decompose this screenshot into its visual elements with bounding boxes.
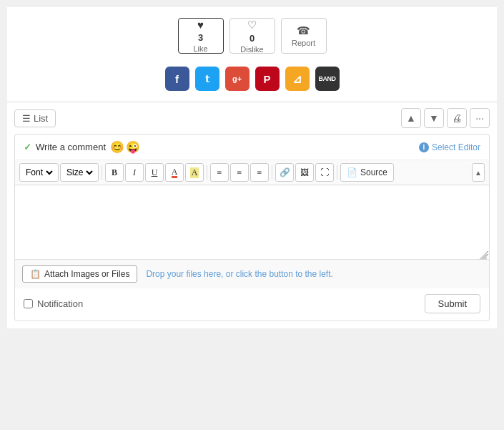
page-container: ♥ 3 Like ♡ 0 Dislike ☎ Report f 𝕥 g+ P ⊿	[7, 7, 497, 328]
font-color-icon: A	[172, 167, 178, 178]
notification-label: Notification	[37, 298, 83, 309]
comment-section: ✓ Write a comment 😊 😜 i Select Editor Fo…	[14, 134, 490, 321]
notification-checkbox-label[interactable]: Notification	[24, 298, 83, 309]
source-label: Source	[360, 167, 387, 177]
source-button[interactable]: 📄 Source	[340, 163, 394, 182]
emoji-smile[interactable]: 😊	[110, 140, 124, 154]
like-button[interactable]: ♥ 3 Like	[178, 18, 224, 54]
emoji-icons: 😊 😜	[110, 140, 140, 154]
select-editor-label: Select Editor	[432, 142, 480, 152]
resize-handle[interactable]: ◢	[479, 249, 488, 258]
dislike-icon: ♡	[247, 19, 257, 31]
size-dropdown[interactable]: Size	[64, 167, 95, 178]
attach-hint-static: Drop your files here, or	[146, 269, 235, 279]
toolbar-right: ▲ ▼ 🖨 ···	[401, 108, 490, 128]
bold-icon: B	[112, 167, 117, 178]
align-left-button[interactable]: ≡	[210, 163, 229, 182]
dislike-label: Dislike	[240, 45, 263, 54]
action-bar: ♥ 3 Like ♡ 0 Dislike ☎ Report	[7, 7, 497, 61]
editor-content: ◢	[15, 185, 489, 259]
toolbar-divider-1	[102, 165, 102, 180]
source-file-icon: 📄	[347, 167, 357, 177]
report-label: Report	[292, 39, 315, 47]
social-bar: f 𝕥 g+ P ⊿ BAND	[7, 61, 497, 102]
report-button[interactable]: ☎ Report	[281, 18, 327, 54]
attach-hint: Drop your files here, or click the butto…	[146, 269, 332, 279]
align-left-icon: ≡	[217, 167, 222, 178]
more-button[interactable]: ···	[470, 108, 490, 128]
select-editor-btn[interactable]: i Select Editor	[419, 142, 480, 152]
dislike-count: 0	[249, 33, 255, 44]
toolbar-divider-2	[207, 165, 207, 180]
down-arrow-button[interactable]: ▼	[424, 108, 444, 128]
submit-label: Submit	[438, 298, 467, 309]
comment-header-left: ✓ Write a comment 😊 😜	[24, 140, 140, 154]
list-button[interactable]: ☰ List	[14, 109, 56, 127]
emoji-wink[interactable]: 😜	[126, 140, 140, 154]
image-button[interactable]: 🖼	[295, 163, 314, 182]
attach-label: Attach Images or Files	[44, 269, 129, 279]
align-right-icon: ≡	[257, 167, 262, 178]
like-icon: ♥	[197, 19, 204, 31]
toolbar-divider-3	[272, 165, 272, 180]
facebook-icon: f	[175, 73, 179, 85]
align-center-icon: ≡	[237, 167, 242, 178]
down-arrow-icon: ▼	[429, 112, 439, 124]
google-icon: g+	[232, 74, 242, 83]
more-icon: ···	[475, 112, 484, 124]
attach-hint-link: click the button to the left.	[236, 269, 333, 279]
up-arrow-button[interactable]: ▲	[401, 108, 421, 128]
up-arrow-icon: ▲	[406, 112, 416, 124]
check-icon: ✓	[24, 142, 31, 152]
submit-button[interactable]: Submit	[425, 294, 480, 313]
pinterest-share-button[interactable]: P	[255, 67, 280, 91]
editor-toolbar: Font Size B I U A A	[15, 160, 489, 185]
google-share-button[interactable]: g+	[225, 67, 249, 91]
italic-icon: I	[133, 167, 136, 178]
toolbar-row: ☰ List ▲ ▼ 🖨 ···	[7, 102, 497, 134]
facebook-share-button[interactable]: f	[165, 67, 189, 91]
print-button[interactable]: 🖨	[447, 108, 467, 128]
list-icon: ☰	[22, 113, 31, 124]
link-button[interactable]: 🔗	[275, 163, 294, 182]
write-comment-label: Write a comment	[36, 142, 106, 152]
notification-checkbox[interactable]	[24, 299, 33, 308]
align-right-button[interactable]: ≡	[250, 163, 269, 182]
underline-icon: U	[152, 167, 158, 178]
fullscreen-button[interactable]: ⛶	[315, 163, 334, 182]
toolbar-divider-4	[337, 165, 337, 180]
font-select[interactable]: Font	[19, 163, 59, 182]
image-icon: 🖼	[300, 167, 309, 178]
bookmark-share-button[interactable]: ⊿	[285, 67, 310, 91]
link-icon: 🔗	[280, 167, 290, 178]
dislike-button[interactable]: ♡ 0 Dislike	[229, 18, 275, 54]
twitter-share-button[interactable]: 𝕥	[195, 67, 219, 91]
comment-textarea[interactable]	[15, 185, 489, 257]
attach-icon: 📋	[30, 269, 41, 279]
print-icon: 🖨	[452, 112, 462, 124]
bold-button[interactable]: B	[105, 163, 124, 182]
report-icon: ☎	[297, 24, 310, 37]
collapse-icon: ▲	[475, 169, 482, 177]
bottom-row: Notification Submit	[15, 288, 489, 321]
band-share-button[interactable]: BAND	[315, 67, 340, 91]
font-dropdown[interactable]: Font	[23, 167, 55, 178]
size-select[interactable]: Size	[60, 163, 99, 182]
twitter-icon: 𝕥	[205, 74, 209, 84]
like-label: Like	[193, 44, 207, 53]
comment-header: ✓ Write a comment 😊 😜 i Select Editor	[15, 135, 489, 160]
attach-button[interactable]: 📋 Attach Images or Files	[22, 265, 137, 283]
align-center-button[interactable]: ≡	[230, 163, 249, 182]
bookmark-icon: ⊿	[292, 72, 302, 86]
like-count: 3	[198, 32, 203, 43]
toolbar-collapse-button[interactable]: ▲	[472, 163, 485, 182]
font-color-button[interactable]: A	[165, 163, 184, 182]
highlight-button[interactable]: A	[185, 163, 204, 182]
underline-button[interactable]: U	[145, 163, 164, 182]
pinterest-icon: P	[263, 73, 270, 85]
fullscreen-icon: ⛶	[320, 167, 329, 178]
italic-button[interactable]: I	[125, 163, 144, 182]
list-label: List	[34, 113, 48, 124]
band-icon: BAND	[319, 75, 336, 82]
info-icon: i	[419, 142, 429, 152]
